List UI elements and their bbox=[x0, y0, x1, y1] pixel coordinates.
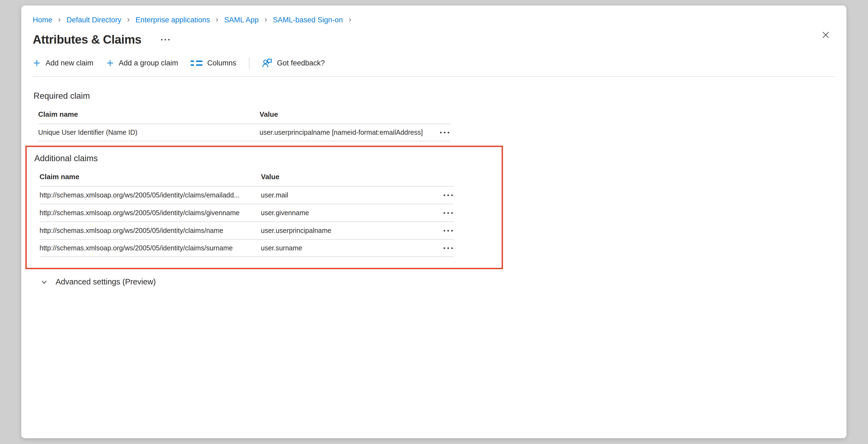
claim-value-cell: user.mail bbox=[261, 191, 429, 199]
more-options-button[interactable] bbox=[158, 36, 172, 43]
claim-row-emailaddress[interactable]: http://schemas.xmlsoap.org/ws/2005/05/id… bbox=[39, 186, 454, 204]
claim-name-cell: http://schemas.xmlsoap.org/ws/2005/05/id… bbox=[39, 209, 261, 217]
claim-row-givenname[interactable]: http://schemas.xmlsoap.org/ws/2005/05/id… bbox=[39, 204, 454, 221]
add-new-claim-button[interactable]: Add new claim bbox=[33, 59, 94, 67]
page-title: Attributes & Claims bbox=[33, 33, 142, 47]
breadcrumb-link-saml-based-sign-on[interactable]: SAML-based Sign-on bbox=[273, 15, 343, 25]
panel-content: Home Default Directory Enterprise applic… bbox=[21, 5, 846, 438]
claim-row-surname[interactable]: http://schemas.xmlsoap.org/ws/2005/05/id… bbox=[39, 239, 454, 257]
feedback-button[interactable]: Got feedback? bbox=[262, 58, 325, 68]
claim-row-nameid[interactable]: Unique User Identifier (Name ID) user.us… bbox=[38, 123, 451, 141]
row-menu-button[interactable] bbox=[442, 209, 454, 216]
additional-claims-table: Claim name Value http://schemas.xmlsoap.… bbox=[39, 167, 454, 257]
feedback-label: Got feedback? bbox=[277, 59, 325, 67]
chevron-right-icon bbox=[347, 17, 353, 23]
required-claim-table: Claim name Value Unique User Identifier … bbox=[38, 104, 451, 141]
claim-name-cell: http://schemas.xmlsoap.org/ws/2005/05/id… bbox=[39, 227, 261, 235]
add-new-claim-label: Add new claim bbox=[45, 59, 94, 67]
claim-name-cell: http://schemas.xmlsoap.org/ws/2005/05/id… bbox=[39, 244, 261, 252]
chevron-right-icon bbox=[263, 17, 269, 23]
close-icon bbox=[821, 30, 831, 40]
add-group-claim-button[interactable]: Add a group claim bbox=[106, 59, 178, 67]
plus-icon bbox=[33, 59, 41, 67]
breadcrumb-link-home[interactable]: Home bbox=[33, 15, 52, 25]
close-button[interactable] bbox=[819, 28, 832, 41]
advanced-settings-label: Advanced settings (Preview) bbox=[56, 277, 156, 286]
chevron-right-icon bbox=[56, 17, 62, 23]
claim-value-cell: user.givenname bbox=[261, 209, 429, 217]
claim-name-cell: Unique User Identifier (Name ID) bbox=[38, 128, 259, 136]
row-menu-button[interactable] bbox=[439, 129, 451, 136]
required-claim-section: Required claim Claim name Value Unique U… bbox=[33, 91, 834, 141]
claim-value-cell: user.surname bbox=[261, 244, 429, 252]
breadcrumb-link-enterprise-applications[interactable]: Enterprise applications bbox=[135, 15, 210, 25]
attributes-claims-panel: Home Default Directory Enterprise applic… bbox=[21, 5, 846, 438]
required-claim-heading: Required claim bbox=[34, 91, 834, 101]
row-menu-button[interactable] bbox=[442, 192, 454, 199]
breadcrumb-link-saml-app[interactable]: SAML App bbox=[224, 15, 259, 25]
chevron-right-icon bbox=[125, 17, 131, 23]
column-header-claim-name: Claim name bbox=[38, 110, 259, 119]
table-header-row: Claim name Value bbox=[38, 104, 451, 123]
table-header-row: Claim name Value bbox=[39, 167, 454, 186]
claim-value-cell: user.userprincipalname bbox=[261, 227, 429, 235]
additional-claims-highlight-box: Additional claims Claim name Value http:… bbox=[25, 146, 503, 269]
add-group-claim-label: Add a group claim bbox=[119, 59, 178, 67]
additional-claims-heading: Additional claims bbox=[34, 153, 502, 164]
row-menu-button[interactable] bbox=[442, 227, 454, 234]
toolbar-divider bbox=[249, 57, 249, 69]
toolbar: Add new claim Add a group claim Columns bbox=[33, 57, 834, 77]
chevron-down-icon bbox=[40, 278, 49, 286]
column-header-value: Value bbox=[259, 110, 425, 119]
claim-row-name[interactable]: http://schemas.xmlsoap.org/ws/2005/05/id… bbox=[39, 221, 454, 239]
columns-button[interactable]: Columns bbox=[191, 59, 236, 67]
advanced-settings-toggle[interactable]: Advanced settings (Preview) bbox=[40, 277, 156, 286]
title-row: Attributes & Claims bbox=[33, 33, 834, 47]
plus-icon bbox=[106, 59, 114, 67]
row-menu-button[interactable] bbox=[442, 245, 454, 252]
claim-name-cell: http://schemas.xmlsoap.org/ws/2005/05/id… bbox=[39, 191, 261, 199]
claim-value-cell: user.userprincipalname [nameid-format:em… bbox=[259, 128, 425, 136]
breadcrumb-link-default-directory[interactable]: Default Directory bbox=[66, 15, 121, 25]
breadcrumb: Home Default Directory Enterprise applic… bbox=[33, 15, 834, 25]
columns-icon bbox=[191, 61, 203, 66]
columns-label: Columns bbox=[207, 59, 236, 67]
chevron-right-icon bbox=[214, 17, 220, 23]
column-header-claim-name: Claim name bbox=[39, 173, 261, 181]
column-header-value: Value bbox=[261, 173, 429, 181]
feedback-person-icon bbox=[262, 58, 272, 68]
